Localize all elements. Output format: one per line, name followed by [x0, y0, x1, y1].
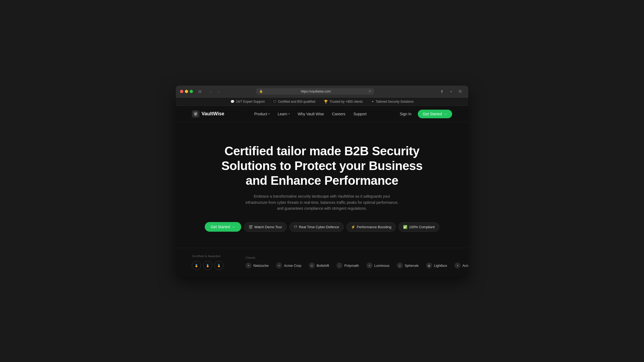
video-icon: 🎬 [248, 225, 253, 229]
watch-demo-button[interactable]: 🎬 Watch Demo Tour [244, 222, 287, 232]
certified-text: Certified and BSI qualified [278, 100, 315, 104]
chevron-down-icon: ▾ [268, 112, 270, 115]
client-icon-polymath: ○ [336, 263, 342, 268]
website-content: 💬 24/7 Expert Support 🛡 Certified and BS… [176, 98, 468, 277]
client-acmecorp: ✦ Acme Corp [276, 263, 301, 268]
maximize-button[interactable] [190, 90, 193, 93]
nav-learn[interactable]: Learn ▾ [275, 110, 293, 118]
bottom-bar: Certified & Awarded 🏅 🏅 🏅 Clients ✦ Niet… [176, 248, 468, 276]
nav-get-started-button[interactable]: Get Started → [418, 110, 452, 118]
check-icon: ✅ [403, 225, 407, 229]
minimize-button[interactable] [185, 90, 188, 93]
hero-section: Certified tailor made B2B Security Solut… [176, 122, 468, 248]
client-icon-luminous: ≋ [367, 263, 372, 268]
certified-label: Certified & Awarded [192, 254, 235, 258]
hero-subtitle: Embrace a transformative security landsc… [244, 193, 400, 211]
nav-careers[interactable]: Careers [329, 110, 349, 118]
client-name-lightbox: Lightbox [434, 264, 447, 268]
watch-demo-label: Watch Demo Tour [254, 225, 282, 229]
sign-in-button[interactable]: Sign In [397, 110, 415, 118]
client-luminous: ≋ Luminous [367, 263, 389, 268]
client-icon-boltshift: ⊕ [309, 263, 315, 268]
client-name-acmecorp: Acme Corp [284, 264, 301, 268]
client-icon-nietzsche: ✦ [246, 263, 251, 268]
client-name-polymath: Polymath [344, 264, 359, 268]
nav-why[interactable]: Why Vault Wise [295, 110, 327, 118]
clients-label: Clients [246, 256, 468, 259]
client-icon-acme2: ✦ [455, 263, 460, 268]
chat-icon: 💬 [230, 100, 235, 104]
tailored-text: Tailored Security Solutions [376, 100, 414, 104]
reload-icon[interactable]: ↺ [368, 90, 371, 93]
announcement-tailored: ✦ Tailored Security Solutions [371, 100, 414, 104]
nav-product-label: Product [254, 112, 267, 116]
announcement-bar: 💬 24/7 Expert Support 🛡 Certified and BS… [176, 98, 468, 106]
support-text: 24/7 Expert Support [236, 100, 265, 104]
arrow-right-icon: → [232, 225, 235, 229]
browser-window: ⊟ ‹ › 🔒 https://vaultwise.com ↺ ⬆ + ⧉ 💬 … [176, 86, 468, 277]
client-boltshift: ⊕ Boltshift [309, 263, 329, 268]
close-button[interactable] [180, 90, 183, 93]
nav-right: Sign In Get Started → [397, 110, 452, 118]
back-button[interactable]: ‹ [207, 88, 214, 94]
performance-boost-button[interactable]: ⚡ Performance Boosting [346, 222, 396, 232]
logo-icon [192, 110, 199, 118]
hero-get-started-button[interactable]: Get Started → [205, 222, 241, 232]
client-nietzsche: ✦ Nietzsche [246, 263, 269, 268]
announcement-support: 💬 24/7 Expert Support [230, 100, 265, 104]
forward-button[interactable]: › [215, 88, 222, 94]
client-icon-acmecorp: ✦ [276, 263, 282, 268]
shield-icon: 🛡 [294, 225, 297, 229]
client-polymath: ○ Polymath [336, 263, 359, 268]
traffic-lights [180, 90, 193, 93]
compliant-button[interactable]: ✅ 100% Compliant [398, 222, 439, 232]
cyber-defence-button[interactable]: 🛡 Real Time Cyber-Defence [289, 222, 344, 232]
announcement-certified: 🛡 Certified and BSI qualified [273, 100, 315, 104]
copy-button[interactable]: ⧉ [456, 88, 464, 94]
announcement-trusted: 🏆 Trusted by +800 clients [324, 100, 363, 104]
browser-chrome: ⊟ ‹ › 🔒 https://vaultwise.com ↺ ⬆ + ⧉ [176, 86, 468, 98]
url-bar[interactable]: 🔒 https://vaultwise.com ↺ [256, 88, 374, 95]
cert-badge-1: 🏅 [192, 261, 201, 270]
client-name-boltshift: Boltshift [317, 264, 329, 268]
share-button[interactable]: ⬆ [438, 88, 446, 94]
nav-careers-label: Careers [332, 112, 345, 116]
navbar: VaultWise Product ▾ Learn ▾ Why Vault Wi… [176, 106, 468, 122]
client-spherule: ◎ Spherule [397, 263, 419, 268]
lock-icon: 🔒 [259, 90, 263, 93]
cert-badge-2: 🏅 [203, 261, 212, 270]
performance-label: Performance Boosting [357, 225, 391, 229]
new-tab-button[interactable]: + [447, 88, 455, 94]
hero-buttons: Get Started → 🎬 Watch Demo Tour 🛡 Real T… [192, 222, 452, 232]
shield-icon: 🛡 [273, 100, 276, 104]
nav-product[interactable]: Product ▾ [251, 110, 273, 118]
client-name-spherule: Spherule [405, 264, 419, 268]
client-name-acme2: Acme [462, 264, 468, 268]
nav-support[interactable]: Support [350, 110, 370, 118]
nav-support-label: Support [353, 112, 367, 116]
nav-learn-label: Learn [278, 112, 287, 116]
url-text: https://vaultwise.com [265, 90, 367, 93]
client-icon-lightbox: ▣ [426, 263, 432, 268]
compliant-label: 100% Compliant [409, 225, 434, 229]
client-icon-spherule: ◎ [397, 263, 403, 268]
chevron-down-icon: ▾ [288, 112, 290, 115]
client-lightbox: ▣ Lightbox [426, 263, 447, 268]
client-acme2: ✦ Acme [455, 263, 468, 268]
client-name-luminous: Luminous [374, 264, 389, 268]
clients-list: ✦ Nietzsche ✦ Acme Corp ⊕ Boltshift ○ Po… [246, 263, 468, 268]
trusted-text: Trusted by +800 clients [330, 100, 363, 104]
cert-badges: 🏅 🏅 🏅 [192, 261, 235, 270]
nav-why-label: Why Vault Wise [298, 112, 324, 116]
hero-cta-label: Get Started [211, 225, 230, 229]
client-name-nietzsche: Nietzsche [253, 264, 269, 268]
star-icon: ✦ [371, 100, 374, 104]
browser-right-actions: ⬆ + ⧉ [438, 88, 464, 94]
logo-text: VaultWise [202, 111, 224, 117]
nav-buttons: ‹ › [207, 88, 222, 94]
certified-section: Certified & Awarded 🏅 🏅 🏅 [192, 254, 235, 270]
sidebar-toggle-button[interactable]: ⊟ [196, 88, 204, 94]
hero-title: Certified tailor made B2B Security Solut… [217, 144, 427, 188]
logo[interactable]: VaultWise [192, 110, 224, 118]
nav-links: Product ▾ Learn ▾ Why Vault Wise Careers… [251, 110, 370, 118]
